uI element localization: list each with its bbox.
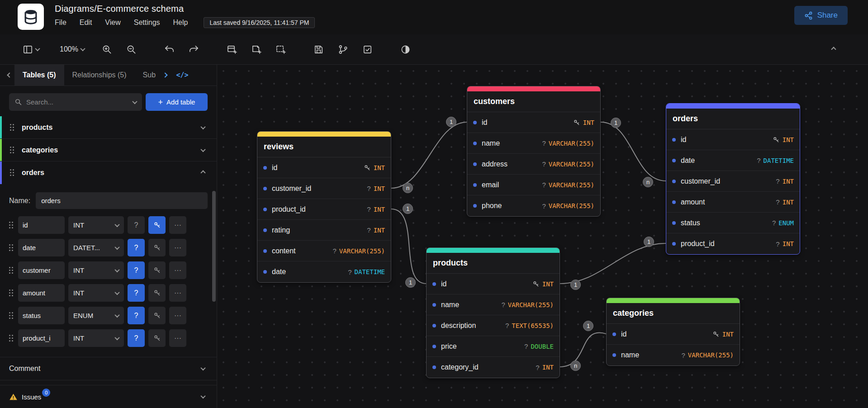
drag-handle-icon[interactable] <box>10 124 14 131</box>
nullable-toggle[interactable]: ? <box>128 216 145 234</box>
drag-handle-icon[interactable] <box>10 169 14 176</box>
relationship-products-categories[interactable] <box>560 332 606 367</box>
field-more-button[interactable]: ··· <box>169 216 186 234</box>
field-row[interactable]: name ?VARCHAR(255) <box>467 133 600 154</box>
field-row[interactable]: id INT <box>257 157 391 178</box>
field-name-input[interactable] <box>18 261 65 279</box>
relationships-button[interactable] <box>334 40 352 58</box>
zoom-in-button[interactable] <box>98 40 116 58</box>
field-row[interactable]: category_id ?INT <box>427 357 560 378</box>
primary-key-toggle[interactable] <box>148 216 166 234</box>
menu-edit[interactable]: Edit <box>80 19 92 27</box>
table-name-input[interactable] <box>36 192 208 209</box>
nullable-toggle[interactable]: ? <box>128 261 145 279</box>
field-type-select[interactable]: DATET... <box>68 239 124 256</box>
table-title[interactable]: reviews <box>257 137 391 157</box>
field-row[interactable]: id INT <box>427 274 560 294</box>
drag-handle-icon[interactable] <box>10 147 14 154</box>
zoom-level-dropdown[interactable]: 100% <box>60 40 85 58</box>
field-row[interactable]: product_id ?INT <box>666 233 800 254</box>
field-more-button[interactable]: ··· <box>169 261 186 279</box>
primary-key-toggle[interactable] <box>148 239 166 256</box>
relationship-products-orders[interactable] <box>560 243 666 284</box>
field-row[interactable]: customer_id ?INT <box>257 178 391 199</box>
tab-subject-areas[interactable]: Sub <box>135 65 160 86</box>
tabs-scroll-right[interactable] <box>160 73 170 77</box>
tabs-scroll-left[interactable] <box>5 73 14 77</box>
field-row[interactable]: phone ?VARCHAR(255) <box>467 195 600 216</box>
table-card-orders[interactable]: orders id INT date ?DATETIME customer_id… <box>666 103 800 255</box>
table-card-products[interactable]: products id INT name ?VARCHAR(255) descr… <box>426 247 560 378</box>
field-type-select[interactable]: ENUM <box>68 307 124 324</box>
chevron-down-icon[interactable] <box>200 124 205 129</box>
drag-handle-icon[interactable] <box>9 312 14 319</box>
sidebar-item-products[interactable]: products <box>0 116 217 139</box>
field-row[interactable]: rating ?INT <box>257 220 391 241</box>
table-title[interactable]: orders <box>666 109 800 129</box>
todo-button[interactable] <box>359 40 377 58</box>
field-row[interactable]: name ?VARCHAR(255) <box>607 345 740 365</box>
relationship-reviews-products[interactable] <box>391 209 426 284</box>
add-table-button[interactable] <box>223 40 241 58</box>
table-card-categories[interactable]: categories id INT name ?VARCHAR(255) <box>606 298 740 366</box>
field-row[interactable]: id INT <box>607 324 740 345</box>
diagram-canvas[interactable]: 1 n 1 n 1 1 1 1 n 1 reviews id INT custo… <box>217 65 868 408</box>
table-card-reviews[interactable]: reviews id INT customer_id ?INT product_… <box>257 131 391 283</box>
issues-bar[interactable]: Issues 0 <box>0 385 217 408</box>
sidebar-item-orders[interactable]: orders <box>0 161 217 184</box>
field-row[interactable]: email ?VARCHAR(255) <box>467 175 600 195</box>
drag-handle-icon[interactable] <box>9 335 14 342</box>
save-button[interactable] <box>310 40 328 58</box>
drag-handle-icon[interactable] <box>9 267 14 274</box>
nullable-toggle[interactable]: ? <box>128 239 145 256</box>
field-row[interactable]: amount ?INT <box>666 192 800 213</box>
field-row[interactable]: date ?DATETIME <box>257 261 391 282</box>
sidebar-item-categories[interactable]: categories <box>0 139 217 161</box>
field-row[interactable]: description ?TEXT(65535) <box>427 315 560 336</box>
field-name-input[interactable] <box>18 284 65 302</box>
chevron-up-icon[interactable] <box>200 170 205 175</box>
menu-settings[interactable]: Settings <box>134 19 160 27</box>
field-more-button[interactable]: ··· <box>169 307 186 324</box>
collapse-toolbar-button[interactable] <box>825 40 843 58</box>
field-type-select[interactable]: INT <box>68 329 124 347</box>
chevron-down-icon[interactable] <box>200 147 205 152</box>
field-row[interactable]: status ?ENUM <box>666 213 800 233</box>
redo-button[interactable] <box>185 40 203 58</box>
field-row[interactable]: customer_id ?INT <box>666 171 800 192</box>
field-more-button[interactable]: ··· <box>169 329 186 347</box>
field-more-button[interactable]: ··· <box>169 239 186 256</box>
table-title[interactable]: products <box>427 253 560 274</box>
theme-toggle-button[interactable] <box>397 40 415 58</box>
drag-handle-icon[interactable] <box>9 244 14 251</box>
field-more-button[interactable]: ··· <box>169 284 186 302</box>
primary-key-toggle[interactable] <box>148 284 166 302</box>
field-row[interactable]: name ?VARCHAR(255) <box>427 294 560 315</box>
field-name-input[interactable] <box>18 216 65 234</box>
add-table-sidebar-button[interactable]: + Add table <box>146 93 208 111</box>
tab-relationships[interactable]: Relationships (5) <box>64 65 135 86</box>
primary-key-toggle[interactable] <box>148 329 166 347</box>
field-type-select[interactable]: INT <box>68 261 124 279</box>
relationship-customers-orders[interactable] <box>601 122 666 181</box>
tab-tables[interactable]: Tables (5) <box>14 65 64 86</box>
zoom-out-button[interactable] <box>123 40 141 58</box>
field-row[interactable]: product_id ?INT <box>257 199 391 220</box>
nullable-toggle[interactable]: ? <box>128 284 145 302</box>
drag-handle-icon[interactable] <box>9 289 14 297</box>
field-name-input[interactable] <box>18 307 65 324</box>
menu-help[interactable]: Help <box>173 19 188 27</box>
field-name-input[interactable] <box>18 329 65 347</box>
field-type-select[interactable]: INT <box>68 284 124 302</box>
field-row[interactable]: price ?DOUBLE <box>427 336 560 357</box>
drag-handle-icon[interactable] <box>9 222 14 229</box>
add-note-button[interactable] <box>247 40 266 58</box>
primary-key-toggle[interactable] <box>148 307 166 324</box>
nullable-toggle[interactable]: ? <box>128 329 145 347</box>
field-row[interactable]: id INT <box>467 112 600 133</box>
table-search[interactable] <box>9 93 142 111</box>
table-title[interactable]: customers <box>467 91 600 112</box>
comment-section-toggle[interactable]: Comment <box>0 357 217 380</box>
search-input[interactable] <box>26 98 129 106</box>
app-logo[interactable] <box>18 4 44 30</box>
